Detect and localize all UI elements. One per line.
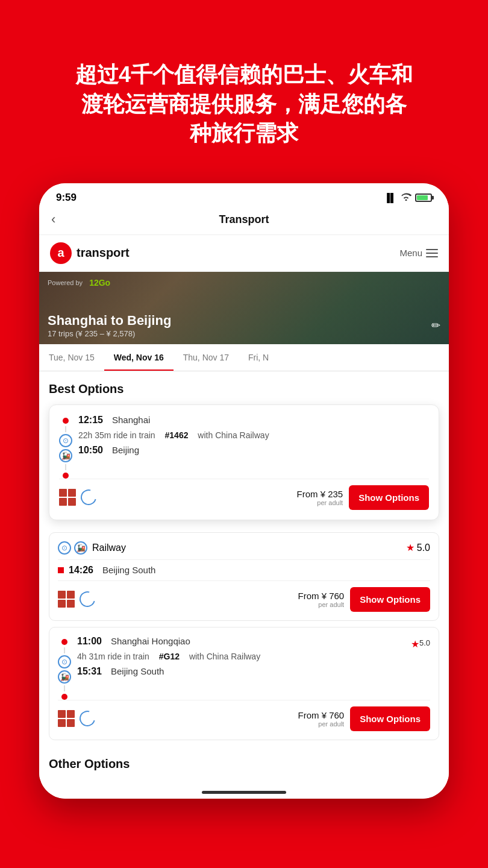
other-options-section: Other Options xyxy=(39,746,449,781)
dep-time-1: 12:15 xyxy=(78,415,107,426)
hamburger-icon xyxy=(426,249,438,257)
qr-icon-2 xyxy=(58,710,75,727)
tab-fri[interactable]: Fri, N xyxy=(239,344,278,371)
best-options-section: Best Options ⊙ 🚂 xyxy=(39,371,449,532)
status-time: 9:59 xyxy=(56,192,77,204)
train-icon-2: 🚂 xyxy=(58,670,71,684)
signal-icon: ▐▌ xyxy=(384,193,397,203)
partial-trip-footer: From ¥ 760 per adult Show Options xyxy=(58,580,430,612)
trip-footer-1: From ¥ 235 per adult Show Options xyxy=(59,479,429,510)
partial-arr-row: 14:26 Beijing South xyxy=(58,560,430,580)
twelve-go-logo: 12Go xyxy=(89,278,110,288)
back-button[interactable]: ‹ xyxy=(51,212,55,227)
dep-station-2: Shanghai Hongqiao xyxy=(111,636,190,646)
dep-row: 12:15 Shanghai xyxy=(78,415,429,426)
tab-wed[interactable]: Wed, Nov 16 xyxy=(104,344,174,371)
trip-card-1: ⊙ 🚂 12:15 Shanghai 22h 3 xyxy=(49,404,439,520)
partial-qr-icon xyxy=(58,591,75,608)
dep-dot-2 xyxy=(61,639,67,645)
partial-footer-right: From ¥ 760 per adult Show Options xyxy=(298,587,430,612)
partial-operator: Railway xyxy=(92,542,126,553)
segment-left: ⊙ 🚂 xyxy=(59,415,72,479)
status-icons: ▐▌ xyxy=(384,192,432,203)
arr-station-2: Beijing South xyxy=(111,666,164,676)
wifi-icon xyxy=(401,192,411,203)
menu-label: Menu xyxy=(399,248,422,258)
partial-arr-station: Beijing South xyxy=(102,565,155,575)
operator-1: with China Railway xyxy=(198,430,269,440)
banner-trip-info: 17 trips (¥ 235 – ¥ 2,578) xyxy=(48,329,135,338)
other-options-title: Other Options xyxy=(49,757,439,771)
partial-footer-icons xyxy=(58,591,95,608)
partial-from-price: From ¥ 760 xyxy=(298,591,344,601)
operator-2: with China Railway xyxy=(189,652,260,661)
powered-by: Powered by 12Go xyxy=(48,278,110,288)
hero-section: 超过4千个值得信赖的巴士、火车和渡轮运营商提供服务，满足您的各种旅行需求 xyxy=(0,0,488,183)
battery-icon xyxy=(415,193,432,202)
status-bar: 9:59 ▐▌ xyxy=(39,183,449,207)
nav-bar: ‹ Transport xyxy=(39,207,449,235)
nav-title: Transport xyxy=(219,213,269,226)
best-options-title: Best Options xyxy=(49,382,439,396)
partial-icons: ⊙ 🚂 xyxy=(58,541,87,555)
content-area: Best Options ⊙ 🚂 xyxy=(39,371,449,781)
train-num-2: #G12 xyxy=(159,652,180,661)
arr-row-1: 10:50 Beijing xyxy=(78,445,429,456)
show-options-btn-1[interactable]: Show Options xyxy=(349,485,429,510)
partial-per-adult: per adult xyxy=(298,601,344,608)
from-price-1: From ¥ 235 xyxy=(296,489,343,499)
arr-row-2: 15:31 Beijing South xyxy=(77,666,405,677)
route-segment-1: ⊙ 🚂 12:15 Shanghai 22h 3 xyxy=(59,415,429,479)
rating-value-2: 5.0 xyxy=(419,638,430,647)
dep-time-2: 11:00 xyxy=(77,636,106,647)
edit-icon[interactable]: ✏ xyxy=(431,319,440,332)
show-options-btn-2[interactable]: Show Options xyxy=(350,706,430,731)
logo-circle: a xyxy=(50,242,72,264)
qr-icon xyxy=(59,489,76,506)
partial-rating-value: 5.0 xyxy=(417,542,430,553)
dep-row-2: 11:00 Shanghai Hongqiao xyxy=(77,636,405,647)
partial-refresh-icon xyxy=(77,589,98,611)
price-area-1: From ¥ 235 per adult xyxy=(296,489,343,506)
dep-dot xyxy=(63,418,69,424)
tab-tue[interactable]: Tue, Nov 15 xyxy=(39,344,104,371)
rating-2: ★ 5.0 xyxy=(411,636,430,700)
footer-right-1: From ¥ 235 per adult Show Options xyxy=(296,485,429,510)
partial-trip-card: ⊙ 🚂 Railway ★ 5.0 14:26 Beijing South xyxy=(49,532,439,621)
arr-time-2: 15:31 xyxy=(77,666,106,677)
arr-station-1: Beijing xyxy=(112,445,139,455)
app-logo: a transport xyxy=(50,242,130,264)
arr-dot xyxy=(63,473,69,479)
show-options-btn-partial[interactable]: Show Options xyxy=(350,587,430,612)
partial-train-icon: 🚂 xyxy=(74,541,87,555)
banner-route-title: Shanghai to Beijing xyxy=(48,313,171,329)
per-adult-2: per adult xyxy=(298,720,344,728)
arr-time-1: 10:50 xyxy=(78,445,107,456)
train-icon: 🚂 xyxy=(59,449,72,462)
route-segment-2: ⊙ 🚂 11:00 Shanghai Hongqiao xyxy=(58,636,430,700)
segment-right: 12:15 Shanghai 22h 35m ride in train #14… xyxy=(78,415,429,479)
dep-station-1: Shanghai xyxy=(112,415,150,425)
refresh-icon-2 xyxy=(77,708,98,730)
bottom-bar xyxy=(39,781,449,799)
footer-right-2: From ¥ 760 per adult Show Options xyxy=(298,706,430,731)
partial-card-wrapper: ⊙ 🚂 Railway ★ 5.0 14:26 Beijing South xyxy=(39,532,449,746)
segment-left-2: ⊙ 🚂 xyxy=(58,636,71,700)
tab-thu[interactable]: Thu, Nov 17 xyxy=(174,344,239,371)
partial-arr-time: 14:26 xyxy=(69,565,98,576)
home-indicator xyxy=(202,791,286,794)
trip-footer-2: From ¥ 760 per adult Show Options xyxy=(58,700,430,731)
hero-banner: Powered by 12Go Shanghai to Beijing 17 t… xyxy=(39,272,449,344)
from-price-2: From ¥ 760 xyxy=(298,710,344,720)
partial-trip-mid: ⊙ 🚂 Railway ★ 5.0 xyxy=(58,541,430,560)
train-num-1: #1462 xyxy=(165,430,189,440)
partial-rating: ★ 5.0 xyxy=(406,542,430,553)
menu-button[interactable]: Menu xyxy=(399,248,438,258)
metro-icon: ⊙ xyxy=(59,434,72,447)
footer-icons-2 xyxy=(58,710,95,727)
duration-2: 4h 31m ride in train xyxy=(77,652,149,661)
arr-dot-2 xyxy=(61,694,67,700)
segment-right-2: 11:00 Shanghai Hongqiao 4h 31m ride in t… xyxy=(77,636,405,700)
metro-icon-2: ⊙ xyxy=(58,655,71,668)
footer-icons-1 xyxy=(59,489,96,506)
